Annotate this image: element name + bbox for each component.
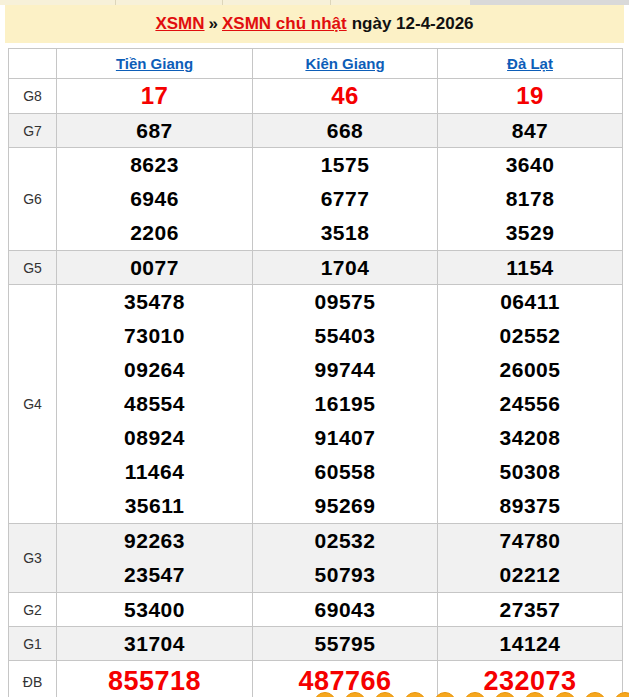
prize-cell: 1704 <box>253 251 438 285</box>
prize-number: 53400 <box>57 593 252 626</box>
prize-number: 34208 <box>438 421 622 455</box>
prize-row-G2: G2534006904327357 <box>9 593 623 627</box>
prize-cell: 364081783529 <box>438 148 623 251</box>
prize-number: 23547 <box>57 558 252 592</box>
prize-cell: 46 <box>253 79 438 114</box>
province-header-row: Tiền Giang Kiên Giang Đà Lạt <box>9 49 623 79</box>
prize-number: 99744 <box>253 353 437 387</box>
prize-number: 50793 <box>253 558 437 592</box>
prize-cell: 855718 <box>57 661 253 697</box>
prize-row-G4: G435478730100926448554089241146435611095… <box>9 285 623 524</box>
prize-number: 855718 <box>57 661 252 697</box>
prize-cell: 668 <box>253 114 438 148</box>
prize-number: 687 <box>57 114 252 147</box>
prize-number: 50308 <box>438 455 622 489</box>
results-table: Tiền Giang Kiên Giang Đà Lạt G8174619G76… <box>8 48 623 697</box>
prize-number: 48554 <box>57 387 252 421</box>
prize-cell: 687 <box>57 114 253 148</box>
prize-label: G5 <box>9 251 57 285</box>
prize-number: 02212 <box>438 558 622 592</box>
lottery-results-page: XSMN»XSMN chủ nhậtngày 12-4-2026 Tiền Gi… <box>0 0 629 697</box>
prize-number: 847 <box>438 114 622 147</box>
prize-number: 31704 <box>57 627 252 660</box>
prize-cell: 27357 <box>438 593 623 627</box>
province-link-tien-giang[interactable]: Tiền Giang <box>116 55 193 72</box>
prize-number: 24556 <box>438 387 622 421</box>
prize-cell: 0253250793 <box>253 524 438 593</box>
prize-number: 487766 <box>253 661 437 697</box>
prize-cell: 31704 <box>57 627 253 661</box>
prize-label: G4 <box>9 285 57 524</box>
prize-label: G8 <box>9 79 57 114</box>
prize-number: 0077 <box>57 251 252 284</box>
prize-number: 09575 <box>253 285 437 319</box>
prize-label: G2 <box>9 593 57 627</box>
draw-date-text: ngày 12-4-2026 <box>352 14 474 33</box>
prize-cell: 35478730100926448554089241146435611 <box>57 285 253 524</box>
prize-number: 14124 <box>438 627 622 660</box>
prize-cell: 157567773518 <box>253 148 438 251</box>
prize-cell: 69043 <box>253 593 438 627</box>
prize-cell: 19 <box>438 79 623 114</box>
prize-row-G8: G8174619 <box>9 79 623 114</box>
prize-row-ĐB: ĐB855718487766232073 <box>9 661 623 697</box>
prize-number: 35478 <box>57 285 252 319</box>
prize-number: 46 <box>253 79 437 113</box>
prize-label: G3 <box>9 524 57 593</box>
prize-label: ĐB <box>9 661 57 697</box>
prize-number: 8623 <box>57 148 252 182</box>
prize-cell: 7478002212 <box>438 524 623 593</box>
prize-number: 73010 <box>57 319 252 353</box>
prize-number: 1704 <box>253 251 437 284</box>
prize-cell: 0077 <box>57 251 253 285</box>
prize-number: 17 <box>57 79 252 113</box>
xsmn-sunday-link[interactable]: XSMN chủ nhật <box>222 14 347 33</box>
prize-number: 09264 <box>57 353 252 387</box>
prize-row-G1: G1317045579514124 <box>9 627 623 661</box>
xsmn-link[interactable]: XSMN <box>155 14 204 33</box>
province-link-da-lat[interactable]: Đà Lạt <box>507 55 553 72</box>
prize-number: 06411 <box>438 285 622 319</box>
prize-cell: 1154 <box>438 251 623 285</box>
prize-cell: 9226323547 <box>57 524 253 593</box>
prize-cell: 862369462206 <box>57 148 253 251</box>
prize-number: 95269 <box>253 489 437 523</box>
corner-cell <box>9 49 57 79</box>
prize-number: 89375 <box>438 489 622 523</box>
prize-cell: 847 <box>438 114 623 148</box>
prize-row-G5: G5007717041154 <box>9 251 623 285</box>
prize-number: 16195 <box>253 387 437 421</box>
prize-number: 55795 <box>253 627 437 660</box>
prize-cell: 14124 <box>438 627 623 661</box>
prize-number: 8178 <box>438 182 622 216</box>
prize-number: 27357 <box>438 593 622 626</box>
prize-number: 02532 <box>253 524 437 558</box>
prize-number: 26005 <box>438 353 622 387</box>
prize-number: 08924 <box>57 421 252 455</box>
prize-number: 11464 <box>57 455 252 489</box>
prize-number: 60558 <box>253 455 437 489</box>
prize-cell: 06411025522600524556342085030889375 <box>438 285 623 524</box>
prize-label: G7 <box>9 114 57 148</box>
prize-number: 6777 <box>253 182 437 216</box>
results-table-body: G8174619G7687668847G68623694622061575677… <box>9 79 623 697</box>
prize-number: 3640 <box>438 148 622 182</box>
prize-number: 1575 <box>253 148 437 182</box>
prize-number: 668 <box>253 114 437 147</box>
breadcrumb-separator: » <box>209 14 218 33</box>
prize-cell: 55795 <box>253 627 438 661</box>
prize-row-G7: G7687668847 <box>9 114 623 148</box>
prize-label: G6 <box>9 148 57 251</box>
result-title-bar: XSMN»XSMN chủ nhậtngày 12-4-2026 <box>5 5 624 43</box>
prize-number: 92263 <box>57 524 252 558</box>
prize-number: 3529 <box>438 216 622 250</box>
prize-cell: 17 <box>57 79 253 114</box>
prize-number: 91407 <box>253 421 437 455</box>
prize-number: 02552 <box>438 319 622 353</box>
prize-row-G3: G3922632354702532507937478002212 <box>9 524 623 593</box>
province-link-kien-giang[interactable]: Kiên Giang <box>305 55 384 72</box>
prize-number: 69043 <box>253 593 437 626</box>
prize-cell: 487766 <box>253 661 438 697</box>
prize-number: 2206 <box>57 216 252 250</box>
prize-number: 55403 <box>253 319 437 353</box>
